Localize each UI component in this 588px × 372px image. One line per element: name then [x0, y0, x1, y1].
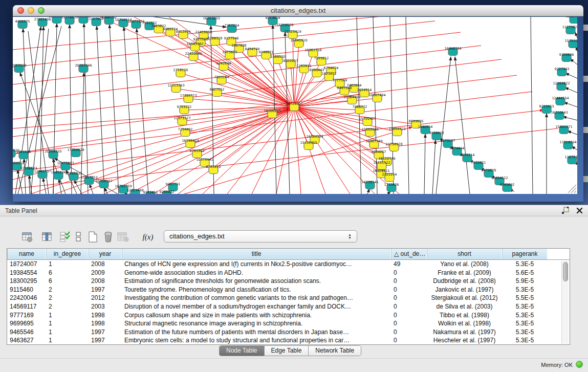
citation-edge-black[interactable]	[390, 17, 394, 194]
citation-edge-black[interactable]	[84, 24, 88, 194]
select-columns-icon[interactable]	[58, 230, 72, 244]
citation-edge-black[interactable]	[373, 17, 377, 194]
citation-edge-red[interactable]	[176, 89, 294, 107]
citation-edge-red[interactable]	[193, 57, 294, 107]
citation-edge-black[interactable]	[436, 57, 451, 194]
graph-node-label: 20364456	[343, 95, 360, 99]
cell-pagerank: 5.3E-5	[502, 311, 548, 320]
graph-node-label: 1440954	[418, 125, 433, 129]
citation-edge-black[interactable]	[575, 32, 577, 38]
table-row[interactable]: 2242004622012Investigating the contribut…	[7, 294, 570, 302]
table-settings-icon[interactable]	[20, 230, 35, 244]
citation-edge-black[interactable]	[97, 26, 104, 194]
citation-edge-black[interactable]	[565, 73, 577, 78]
delete-table-icon[interactable]	[101, 230, 116, 244]
status-bar: Memory: OK	[0, 358, 588, 372]
citation-edge-black[interactable]	[137, 29, 148, 194]
tab-network-table[interactable]: Network Table	[308, 346, 361, 356]
graph-node-label: 8765410	[206, 165, 221, 169]
citation-edge-black[interactable]	[124, 27, 134, 194]
citation-edge-black[interactable]	[43, 178, 46, 194]
graph-node-label: 7254402	[178, 127, 193, 132]
table-row[interactable]: 1830029562008Estimation of significance …	[7, 277, 570, 286]
graph-node-label: 9245022	[160, 190, 175, 194]
citation-edge-red[interactable]	[227, 107, 294, 194]
citation-edge-black[interactable]	[531, 17, 533, 194]
column-header-name[interactable]: name	[7, 249, 46, 259]
table-row[interactable]: 977716911998Corpus callosum shape and si…	[7, 311, 570, 320]
show-columns-icon[interactable]	[40, 230, 55, 244]
cell-title: Genome-wide association studies in ADHD.	[122, 269, 391, 277]
citation-edge-red[interactable]	[13, 75, 517, 137]
graph-node-label: 17359924	[67, 148, 84, 152]
citation-edge-black[interactable]	[432, 140, 435, 194]
citation-edge-red[interactable]	[129, 107, 294, 194]
column-header-in_degree[interactable]: in_degree	[46, 249, 89, 259]
graph-node-label: 12942737	[34, 169, 51, 173]
network-canvas[interactable]: 1872400718300295746382289601248912954224…	[13, 17, 577, 194]
table-panel-header[interactable]: Table Panel	[0, 205, 588, 216]
table-row[interactable]: 946362711997Embryonic stem cells: a mode…	[7, 336, 570, 345]
citation-edge-black[interactable]	[17, 170, 23, 194]
table-toolbar: f(x) citations_edges.txt ▲▼	[0, 226, 588, 246]
import-table-icon[interactable]	[116, 230, 130, 244]
function-builder-icon[interactable]: f(x)	[139, 230, 157, 244]
citation-edge-red[interactable]	[230, 55, 294, 107]
new-table-icon[interactable]	[86, 230, 100, 244]
citation-edge-red[interactable]	[276, 107, 294, 194]
citation-edge-black[interactable]	[90, 184, 93, 194]
memory-status-indicator[interactable]	[576, 361, 583, 368]
graph-node-label: 8186328	[208, 36, 223, 40]
citation-edge-black[interactable]	[110, 25, 119, 194]
graph-node-label: 1621072	[322, 72, 337, 76]
citation-edge-red[interactable]	[181, 73, 294, 107]
citation-edge-black[interactable]	[568, 131, 577, 135]
citation-edge-black[interactable]	[564, 102, 577, 107]
table-selector-dropdown[interactable]: citations_edges.txt ▲▼	[164, 230, 357, 243]
citation-edge-black[interactable]	[406, 17, 409, 194]
table-row[interactable]: 946554611997Estimation of the future num…	[7, 328, 570, 337]
window-titlebar[interactable]: citations_edges.txt	[13, 5, 583, 16]
table-scrollbar[interactable]	[561, 261, 569, 344]
table-selector-value: citations_edges.txt	[169, 232, 225, 240]
node-table[interactable]: namein_degreeyeartitle△ out_de…shortpage…	[7, 248, 570, 345]
tab-node-table[interactable]: Node Table	[220, 346, 264, 356]
citation-edge-black[interactable]	[367, 189, 369, 194]
close-button[interactable]	[17, 7, 24, 14]
minimize-button[interactable]	[28, 7, 34, 14]
citation-edge-black[interactable]	[565, 87, 577, 93]
column-header-title[interactable]: title	[122, 249, 391, 259]
citation-edge-red[interactable]	[13, 92, 532, 154]
citation-edge-black[interactable]	[563, 117, 577, 120]
float-panel-icon[interactable]	[561, 207, 569, 214]
graph-node-label: 10607484	[368, 93, 385, 97]
cell-title: Estimation of the future numbers of pati…	[122, 328, 391, 337]
cell-out_de: 0	[391, 294, 427, 302]
citation-network-graph[interactable]: 1872400718300295746382289601248912954224…	[13, 17, 577, 194]
background-window-edge	[583, 76, 588, 82]
desktop-background: citations_edges.txt 18724007183002957463…	[0, 0, 588, 205]
column-header-out_de[interactable]: △ out_de…	[391, 249, 427, 259]
canvas-resize-grip[interactable]	[568, 185, 576, 193]
graph-node-label: 1145134	[51, 170, 66, 174]
close-panel-icon[interactable]	[576, 207, 583, 214]
column-header-year[interactable]: year	[89, 249, 122, 259]
row-height-icon[interactable]	[74, 230, 83, 244]
citation-edge-black[interactable]	[74, 180, 82, 194]
table-row[interactable]: 1938455462009Genome-wide association stu…	[7, 269, 570, 277]
citation-edge-red[interactable]	[197, 107, 294, 154]
citation-edge-red[interactable]	[222, 80, 294, 107]
table-row[interactable]: 911546021997Tourette syndrome. Phenomeno…	[7, 286, 570, 294]
citation-edge-red[interactable]	[13, 46, 481, 102]
citation-edge-black[interactable]	[455, 57, 470, 194]
citation-edge-black[interactable]	[40, 27, 43, 194]
column-header-short[interactable]: short	[427, 249, 502, 259]
column-header-pagerank[interactable]: pagerank	[502, 249, 548, 259]
table-row[interactable]: 1872400712008Changes of HCN gene express…	[7, 260, 570, 269]
zoom-button[interactable]	[38, 7, 45, 14]
table-row[interactable]: 969969511998Structural magnetic resonanc…	[7, 319, 570, 328]
table-scrollbar-thumb[interactable]	[563, 262, 568, 281]
table-row[interactable]: 1456911722003Disruption of a novel membe…	[7, 302, 570, 311]
citation-edge-red[interactable]	[188, 99, 294, 107]
tab-edge-table[interactable]: Edge Table	[264, 346, 309, 356]
